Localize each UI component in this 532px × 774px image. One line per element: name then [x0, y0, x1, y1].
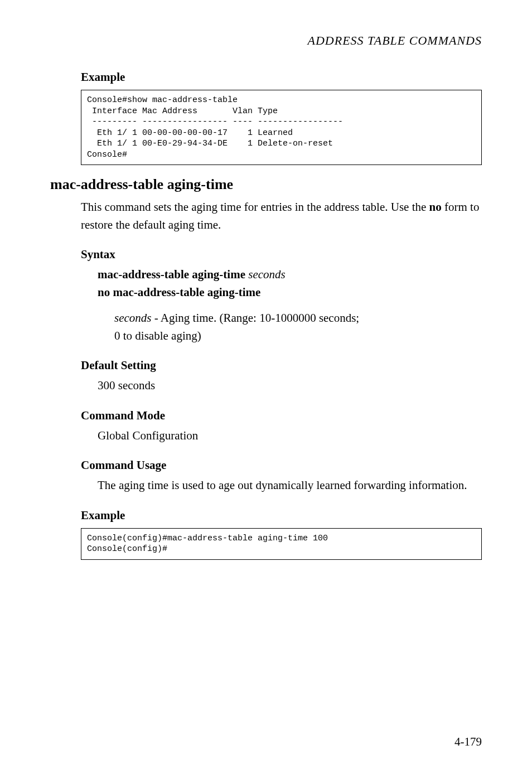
command-mode-text: Global Configuration [98, 427, 482, 445]
desc-no: no [429, 200, 442, 214]
desc-part1: This command sets the aging time for ent… [81, 200, 429, 214]
param-desc1: - Aging time. (Range: 10-1000000 seconds… [152, 311, 360, 325]
command-usage-heading: Command Usage [81, 458, 482, 472]
param-description: seconds - Aging time. (Range: 10-1000000… [114, 309, 482, 345]
command-mode-heading: Command Mode [81, 409, 482, 423]
syntax-cmd2: no mac-address-table aging-time [98, 286, 260, 299]
command-title: mac-address-table aging-time [50, 176, 482, 193]
example2-heading: Example [81, 509, 482, 523]
syntax-line1: mac-address-table aging-time seconds [98, 266, 482, 284]
page-header: ADDRESS TABLE COMMANDS [50, 33, 482, 48]
page-container: ADDRESS TABLE COMMANDS Example Console#s… [0, 0, 532, 774]
syntax-line2: no mac-address-table aging-time [98, 284, 482, 302]
command-description: This command sets the aging time for ent… [81, 199, 482, 234]
param-desc2: 0 to disable aging) [114, 329, 201, 342]
example2-code: Console(config)#mac-address-table aging-… [81, 528, 482, 560]
example1-heading: Example [81, 70, 482, 84]
param-name: seconds [114, 311, 152, 325]
default-setting-text: 300 seconds [98, 377, 482, 395]
syntax-arg1: seconds [248, 268, 286, 281]
command-usage-text: The aging time is used to age out dynami… [98, 477, 482, 495]
example1-code: Console#show mac-address-table Interface… [81, 90, 482, 165]
default-setting-heading: Default Setting [81, 359, 482, 373]
syntax-cmd1: mac-address-table aging-time [98, 268, 245, 281]
syntax-heading: Syntax [81, 248, 482, 262]
page-number: 4-179 [454, 735, 482, 749]
